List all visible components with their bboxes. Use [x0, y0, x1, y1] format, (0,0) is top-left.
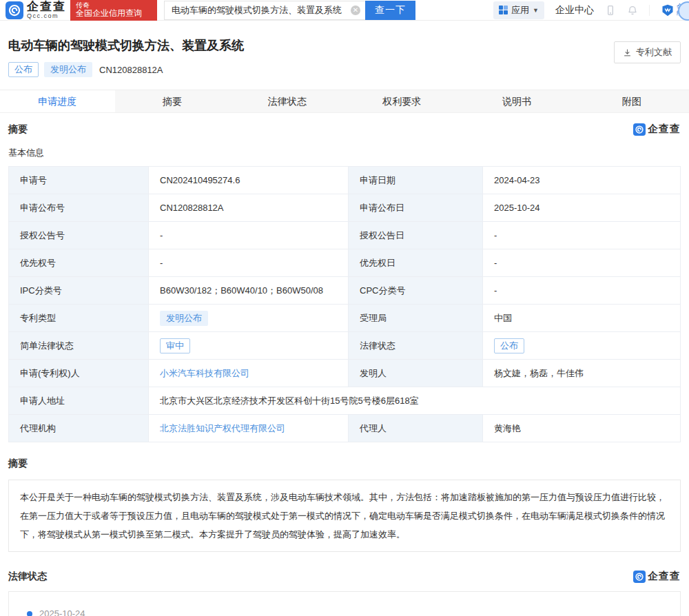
field-value: 北京法胜知识产权代理有限公司	[149, 415, 349, 442]
field-value: B60W30/182；B60W40/10；B60W50/08	[149, 277, 349, 305]
abstract-text: 本公开是关于一种电动车辆的驾驶模式切换方法、装置及系统，涉及电动车辆技术领域。其…	[8, 480, 681, 552]
table-row: 申请(专利权)人小米汽车科技有限公司发明人杨文婕，杨磊，牛佳伟	[9, 360, 681, 387]
field-value: CN202410495274.6	[149, 167, 349, 194]
field-label: 申请号	[9, 167, 149, 194]
logo-domain: Qcc.com	[27, 13, 66, 19]
basic-info-table: 申请号CN202410495274.6申请日期2024-04-23申请公布号CN…	[8, 166, 681, 442]
tab-1[interactable]: 摘要	[115, 90, 230, 112]
search-bar: ✕ 查一下	[164, 1, 415, 20]
patent-document-button[interactable]: 专利文献	[614, 41, 681, 63]
clear-search-icon[interactable]: ✕	[351, 6, 360, 15]
apps-menu[interactable]: 应用 ▼	[493, 1, 544, 19]
entity-link[interactable]: 北京法胜知识产权代理有限公司	[160, 423, 285, 433]
patent-tag-row: 公布 发明公布 CN120828812A	[8, 62, 681, 77]
table-row: 简单法律状态审中法律状态公布	[9, 332, 681, 360]
basic-info-title: 基本信息	[0, 136, 689, 166]
search-button[interactable]: 查一下	[365, 1, 415, 20]
table-row: 专利类型发明公布受理局中国	[9, 305, 681, 332]
field-label: 专利类型	[9, 305, 149, 332]
tab-3[interactable]: 权利要求	[344, 90, 460, 112]
tab-5[interactable]: 附图	[574, 90, 689, 112]
field-label: 申请公布日	[349, 194, 483, 222]
page-title: 电动车辆的驾驶模式切换方法、装置及系统	[8, 37, 681, 54]
section-title-legal: 法律状态	[8, 571, 47, 583]
field-value: 中国	[483, 305, 681, 332]
promo-line2: 全国企业信用查询	[76, 9, 152, 19]
qcc-watermark: 企查查	[633, 123, 681, 136]
qcc-watermark-2: 企查查	[633, 570, 681, 583]
tab-bar: 申请进度摘要法律状态权利要求说明书附图	[0, 90, 689, 113]
field-label: 优先权号	[9, 249, 149, 277]
table-row: 申请人地址北京市大兴区北京经济技术开发区科创十街15号院5号楼6层618室	[9, 387, 681, 415]
legal-timeline: 2025-10-24公布	[20, 608, 669, 616]
field-value: -	[149, 222, 349, 249]
field-label: CPC分类号	[349, 277, 483, 305]
publication-number: CN120828812A	[99, 65, 163, 75]
field-value: -	[483, 277, 681, 305]
field-value: -	[483, 222, 681, 249]
header-nav: 应用 ▼ 企业中心 会员 续费	[493, 1, 689, 19]
field-label: 优先权日	[349, 249, 483, 277]
table-row: IPC分类号B60W30/182；B60W40/10；B60W50/08CPC分…	[9, 277, 681, 305]
enterprise-center-link[interactable]: 企业中心	[555, 4, 594, 17]
tab-2[interactable]: 法律状态	[229, 90, 344, 112]
qcc-watermark-text: 企查查	[648, 123, 681, 136]
field-label: 受理局	[349, 305, 483, 332]
field-value: -	[149, 249, 349, 277]
mobile-app-icon[interactable]	[605, 5, 616, 16]
status-badge: 公布	[8, 62, 39, 77]
field-value: 2025-10-24	[483, 194, 681, 222]
field-value: CN120828812A	[149, 194, 349, 222]
timeline-dot	[27, 611, 32, 616]
search-input[interactable]	[164, 1, 365, 20]
tab-4[interactable]: 说明书	[460, 90, 575, 112]
promo-badge: 传奇 全国企业信用查询	[70, 0, 157, 21]
field-label: 申请(专利权)人	[9, 360, 149, 387]
field-label: 代理人	[349, 415, 483, 442]
tab-0[interactable]: 申请进度	[0, 90, 115, 112]
field-label: 授权公告日	[349, 222, 483, 249]
chevron-down-icon: ▼	[533, 7, 539, 14]
field-label: IPC分类号	[9, 277, 149, 305]
field-label: 申请人地址	[9, 387, 149, 415]
qcc-logo-icon	[6, 1, 23, 19]
abstract-section-head: 摘要 企查查	[0, 113, 689, 136]
apps-grid-icon	[499, 6, 508, 14]
download-icon	[623, 48, 632, 57]
section-title-abstract: 摘要	[8, 123, 28, 136]
field-value: 公布	[483, 332, 681, 360]
timeline-date: 2025-10-24	[39, 608, 669, 616]
field-label: 申请公布号	[9, 194, 149, 222]
field-value: -	[483, 249, 681, 277]
timeline-item: 2025-10-24公布	[20, 608, 669, 616]
vip-badge-icon	[661, 3, 675, 17]
field-value: 2024-04-23	[483, 167, 681, 194]
table-row: 代理机构北京法胜知识产权代理有限公司代理人黄海艳	[9, 415, 681, 442]
notification-bell-icon[interactable]	[627, 5, 638, 16]
table-row: 优先权号-优先权日-	[9, 249, 681, 277]
qcc-watermark-icon-2	[633, 571, 646, 583]
field-value: 发明公布	[149, 305, 349, 332]
field-value: 审中	[149, 332, 349, 360]
table-row: 申请号CN202410495274.6申请日期2024-04-23	[9, 167, 681, 194]
qcc-watermark-text-2: 企查查	[648, 570, 681, 583]
top-header: 企查查 Qcc.com 传奇 全国企业信用查询 ✕ 查一下 应用 ▼ 企业中心	[0, 0, 689, 21]
field-value: 小米汽车科技有限公司	[149, 360, 349, 387]
status-tag: 发明公布	[160, 311, 208, 326]
table-row: 授权公告号-授权公告日-	[9, 222, 681, 249]
status-tag: 公布	[494, 338, 524, 353]
field-value: 黄海艳	[483, 415, 681, 442]
entity-link[interactable]: 小米汽车科技有限公司	[160, 368, 249, 378]
legal-status-box: 2025-10-24公布	[8, 591, 681, 616]
field-value: 北京市大兴区北京经济技术开发区科创十街15号院5号楼6层618室	[149, 387, 681, 415]
field-label: 简单法律状态	[9, 332, 149, 360]
qcc-watermark-icon	[633, 123, 646, 136]
field-label: 代理机构	[9, 415, 149, 442]
type-badge: 发明公布	[44, 62, 92, 77]
qcc-logo[interactable]: 企查查 Qcc.com	[6, 1, 66, 19]
logo-name: 企查查	[27, 1, 66, 12]
field-label: 授权公告号	[9, 222, 149, 249]
status-tag: 审中	[160, 338, 190, 353]
apps-label: 应用	[511, 4, 529, 17]
field-label: 申请日期	[349, 167, 483, 194]
